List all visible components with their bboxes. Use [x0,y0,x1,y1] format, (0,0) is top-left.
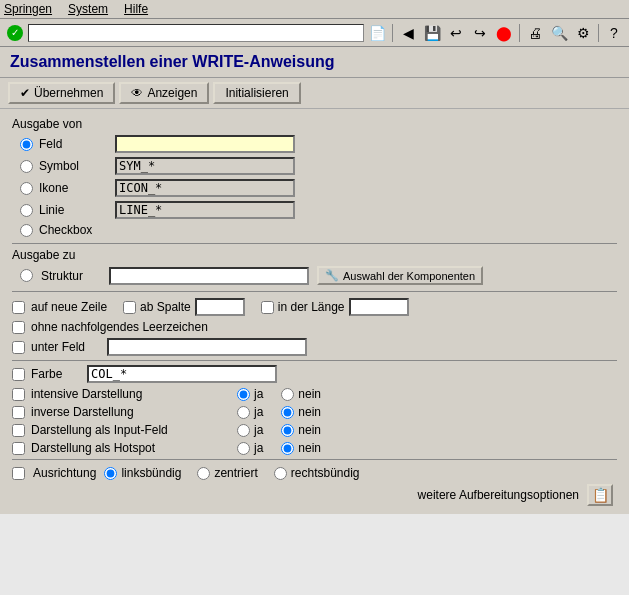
hotspot-ja-radio[interactable] [237,442,250,455]
farbe-label: Farbe [31,367,81,381]
in-laenge-checkbox[interactable] [261,301,274,314]
ausgabe-zu-section: Ausgabe zu Struktur 🔧 Auswahl der Kompon… [12,248,617,285]
struktur-input[interactable] [109,267,309,285]
initialisieren-button[interactable]: Initialisieren [213,82,300,104]
ausrichtung-zentriert-group: zentriert [197,466,257,480]
ausrichtung-links-radio[interactable] [104,467,117,480]
weitere-options-icon: 📋 [592,487,609,503]
menu-hilfe[interactable]: Hilfe [124,2,148,16]
toolbar: ✓ 📄 ◀ 💾 ↩ ↪ ⬤ 🖨 🔍 ⚙ ? [0,19,629,47]
radio-symbol[interactable] [20,160,33,173]
ausrichtung-label: Ausrichtung [33,466,96,480]
forward-icon[interactable]: ↪ [469,22,491,44]
symbol-input[interactable] [115,157,295,175]
command-input[interactable] [28,24,364,42]
hotspot-nein-group: nein [281,441,321,455]
hotspot-checkbox[interactable] [12,442,25,455]
uebernehmen-button[interactable]: ✔ Übernehmen [8,82,115,104]
ikone-input[interactable] [115,179,295,197]
menu-springen[interactable]: Springen [4,2,52,16]
settings-icon[interactable]: ⚙ [572,22,594,44]
find-icon[interactable]: 🔍 [548,22,570,44]
radio-struktur[interactable] [20,269,33,282]
separator2 [519,24,520,42]
title-bar: Zusammenstellen einer WRITE-Anweisung [0,47,629,78]
divider2 [12,291,617,292]
intensive-nein-radio[interactable] [281,388,294,401]
ausrichtung-rechts-radio[interactable] [274,467,287,480]
inputfeld-nein-radio[interactable] [281,424,294,437]
unter-feld-checkbox[interactable] [12,341,25,354]
linie-input[interactable] [115,201,295,219]
intensive-label: intensive Darstellung [31,387,231,401]
main-content: Ausgabe von Feld Symbol Ikone Linie Chec… [0,109,629,514]
ausrichtung-zentriert-radio[interactable] [197,467,210,480]
weitere-options-button[interactable]: 📋 [587,484,613,506]
ohne-nachfolgendes-label: ohne nachfolgendes Leerzeichen [31,320,208,334]
unter-feld-row: unter Feld [12,338,617,356]
help-icon[interactable]: ? [603,22,625,44]
radio-feld-label: Feld [39,137,109,151]
ausrichtung-checkbox[interactable] [12,467,25,480]
farbe-input[interactable]: COL_* [87,365,277,383]
radio-linie-row: Linie [20,201,617,219]
unter-feld-label: unter Feld [31,340,101,354]
in-laenge-input[interactable] [349,298,409,316]
in-laenge-label: in der Länge [278,300,345,314]
save-icon[interactable]: 💾 [421,22,443,44]
weitere-options-label: weitere Aufbereitungsoptionen [418,488,579,502]
inverse-nein-group: nein [281,405,321,419]
auswahl-button[interactable]: 🔧 Auswahl der Komponenten [317,266,483,285]
radio-ikone-row: Ikone [20,179,617,197]
page-icon[interactable]: 📄 [366,22,388,44]
radio-checkbox[interactable] [20,224,33,237]
page-title: Zusammenstellen einer WRITE-Anweisung [10,53,619,71]
inverse-ja-radio[interactable] [237,406,250,419]
ohne-nachfolgendes-checkbox[interactable] [12,321,25,334]
inverse-checkbox[interactable] [12,406,25,419]
auswahl-icon: 🔧 [325,269,339,282]
auf-neue-zeile-checkbox[interactable] [12,301,25,314]
radio-ikone[interactable] [20,182,33,195]
anzeigen-icon: 👁 [131,86,143,100]
intensive-checkbox[interactable] [12,388,25,401]
ausrichtung-links-label: linksbündig [121,466,181,480]
radio-ikone-label: Ikone [39,181,109,195]
intensive-nein-group: nein [281,387,321,401]
inverse-nein-label: nein [298,405,321,419]
ok-icon: ✓ [7,25,23,41]
zeile-spalte-row: auf neue Zeile ab Spalte in der Länge [12,298,617,316]
stop-icon[interactable]: ⬤ [493,22,515,44]
ausrichtung-row: Ausrichtung linksbündig zentriert rechts… [12,466,617,480]
input-feld-checkbox[interactable] [12,424,25,437]
radio-linie[interactable] [20,204,33,217]
unter-feld-input[interactable] [107,338,307,356]
hotspot-ja-group: ja [237,441,263,455]
print-icon[interactable]: 🖨 [524,22,546,44]
menu-system[interactable]: System [68,2,108,16]
inverse-row: inverse Darstellung ja nein [12,405,617,419]
ausrichtung-rechts-group: rechtsbündig [274,466,360,480]
inputfeld-ja-radio[interactable] [237,424,250,437]
inverse-label: inverse Darstellung [31,405,231,419]
inverse-nein-radio[interactable] [281,406,294,419]
ab-spalte-input[interactable] [195,298,245,316]
hotspot-nein-radio[interactable] [281,442,294,455]
checkmark-icon[interactable]: ✓ [4,22,26,44]
nav-left-icon[interactable]: ◀ [397,22,419,44]
radio-feld[interactable] [20,138,33,151]
back-icon[interactable]: ↩ [445,22,467,44]
ausrichtung-zentriert-label: zentriert [214,466,257,480]
ausrichtung-rechts-label: rechtsbündig [291,466,360,480]
ab-spalte-checkbox[interactable] [123,301,136,314]
farbe-checkbox[interactable] [12,368,25,381]
feld-input[interactable] [115,135,295,153]
hotspot-row: Darstellung als Hotspot ja nein [12,441,617,455]
menubar: Springen System Hilfe [0,0,629,19]
intensive-ja-radio[interactable] [237,388,250,401]
divider1 [12,243,617,244]
radio-checkbox-label: Checkbox [39,223,109,237]
anzeigen-button[interactable]: 👁 Anzeigen [119,82,209,104]
ausgabe-von-label: Ausgabe von [12,117,617,131]
hotspot-nein-label: nein [298,441,321,455]
